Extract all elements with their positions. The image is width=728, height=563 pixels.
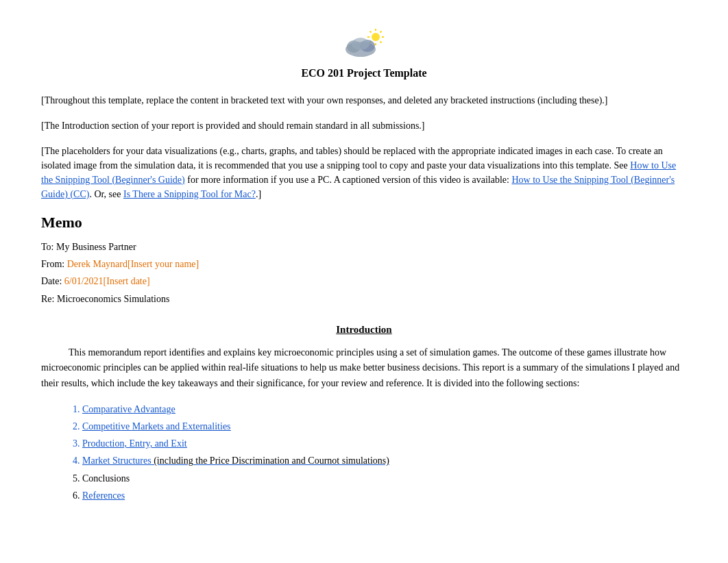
logo-icon: [340, 27, 388, 62]
link-snipping-tool-mac[interactable]: Is There a Snipping Tool for Mac?: [123, 189, 256, 199]
introduction-section: Introduction This memorandum report iden…: [41, 324, 687, 391]
introduction-paragraph: This memorandum report identifies and ex…: [41, 345, 687, 391]
svg-line-6: [380, 42, 382, 43]
list-item: Market Structures (including the Price D…: [82, 452, 687, 469]
page: ECO 201 Project Template [Throughout thi…: [0, 0, 728, 563]
memo-heading: Memo: [41, 214, 687, 232]
list-item: Comparative Advantage: [82, 401, 687, 418]
list-link-comparative-advantage[interactable]: Comparative Advantage: [82, 404, 175, 414]
memo-re: Re: Microeconomics Simulations: [41, 290, 687, 308]
list-link-market-structures[interactable]: Market Structures: [82, 455, 151, 466]
memo-section: Memo To: My Business Partner From: Derek…: [41, 214, 687, 308]
header: ECO 201 Project Template: [41, 27, 687, 79]
introduction-title: Introduction: [41, 324, 687, 336]
list-item: Conclusions: [82, 470, 687, 487]
sections-list: Comparative Advantage Competitive Market…: [82, 401, 687, 504]
list-item: Production, Entry, and Exit: [82, 435, 687, 452]
memo-from: From: Derek Maynard[Insert your name]: [41, 255, 687, 273]
svg-line-5: [370, 32, 372, 33]
list-item: References: [82, 487, 687, 504]
instruction-line-1: [Throughout this template, replace the c…: [41, 93, 687, 108]
svg-line-7: [380, 32, 382, 33]
list-link-competitive-markets[interactable]: Competitive Markets and Externalities: [82, 421, 231, 431]
list-item: Competitive Markets and Externalities: [82, 418, 687, 435]
instruction-line-3: [The placeholders for your data visualiz…: [41, 144, 687, 201]
page-title: ECO 201 Project Template: [41, 67, 687, 79]
list-link-references[interactable]: References: [82, 490, 125, 501]
list-link-production[interactable]: Production, Entry, and Exit: [82, 438, 187, 449]
svg-point-0: [372, 33, 380, 41]
svg-point-12: [352, 38, 369, 50]
instruction-line-2: [The Introduction section of your report…: [41, 118, 687, 133]
memo-date: Date: 6/01/2021[Insert date]: [41, 273, 687, 290]
memo-to: To: My Business Partner: [41, 238, 687, 255]
